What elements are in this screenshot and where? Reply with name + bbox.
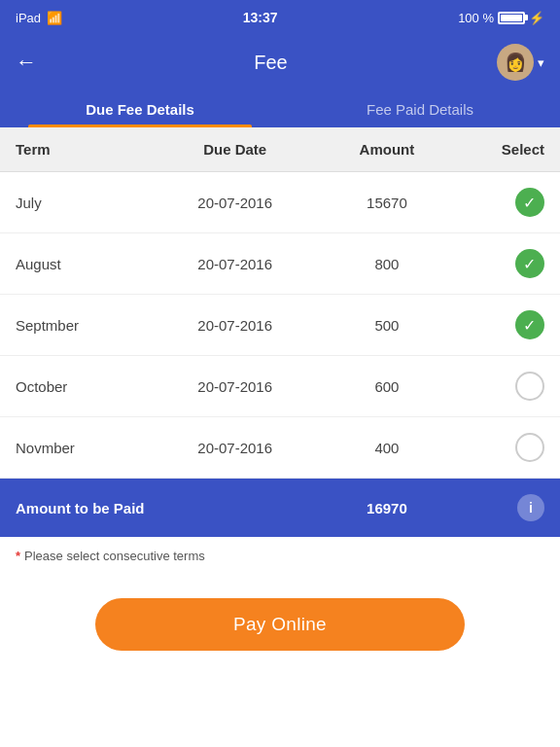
row-term: August (16, 256, 151, 272)
table-row: July 20-07-2016 15670 ✓ (0, 172, 560, 233)
row-amount: 600 (320, 378, 455, 395)
lightning-icon: ⚡ (529, 11, 544, 25)
table-row: Novmber 20-07-2016 400 (0, 417, 560, 479)
row-select[interactable]: ✓ (454, 249, 544, 278)
table-body: July 20-07-2016 15670 ✓ August 20-07-201… (0, 172, 560, 479)
tab-fee-paid-details[interactable]: Fee Paid Details (280, 89, 560, 127)
status-left: iPad 📶 (16, 11, 62, 25)
pay-button-container: Pay Online (0, 575, 560, 674)
table-row: August 20-07-2016 800 ✓ (0, 233, 560, 295)
row-due-date: 20-07-2016 (151, 440, 320, 456)
header: ← Fee 👩 ▾ (0, 35, 560, 89)
col-header-term: Term (16, 141, 151, 158)
tab-due-fee-details[interactable]: Due Fee Details (0, 89, 280, 127)
row-due-date: 20-07-2016 (151, 256, 320, 272)
info-icon: i (517, 494, 544, 521)
row-due-date: 20-07-2016 (151, 195, 320, 211)
empty-circle[interactable] (515, 372, 544, 401)
row-due-date: 20-07-2016 (151, 378, 320, 395)
status-right: 100 % ⚡ (458, 11, 544, 25)
notice-star: * (16, 549, 20, 563)
status-bar: iPad 📶 13:37 100 % ⚡ (0, 0, 560, 35)
row-term: Septmber (16, 317, 151, 334)
battery-label: 100 % (458, 11, 494, 25)
check-icon[interactable]: ✓ (515, 310, 544, 339)
col-header-due-date: Due Date (151, 141, 320, 158)
empty-circle[interactable] (515, 433, 544, 462)
notice-message: Please select consecutive terms (24, 549, 205, 563)
table-header: Term Due Date Amount Select (0, 127, 560, 172)
row-amount: 800 (320, 256, 455, 272)
pay-online-button[interactable]: Pay Online (95, 598, 465, 651)
tab-bar: Due Fee Details Fee Paid Details (0, 89, 560, 127)
user-profile[interactable]: 👩 ▾ (497, 44, 544, 81)
row-select[interactable] (454, 372, 544, 401)
chevron-down-icon: ▾ (538, 55, 544, 70)
summary-label: Amount to be Paid (16, 500, 320, 516)
row-select[interactable] (454, 433, 544, 462)
summary-row: Amount to be Paid 16970 i (0, 479, 560, 537)
avatar: 👩 (497, 44, 534, 81)
row-due-date: 20-07-2016 (151, 317, 320, 334)
row-select[interactable]: ✓ (454, 310, 544, 339)
check-icon[interactable]: ✓ (515, 249, 544, 278)
row-amount: 400 (320, 440, 455, 456)
back-button[interactable]: ← (16, 46, 45, 79)
col-header-select: Select (454, 141, 544, 158)
status-time: 13:37 (243, 10, 278, 25)
battery-icon (498, 12, 525, 24)
summary-info[interactable]: i (454, 494, 544, 521)
row-term: Novmber (16, 440, 151, 456)
row-select[interactable]: ✓ (454, 188, 544, 217)
wifi-icon: 📶 (47, 11, 62, 25)
table-row: Septmber 20-07-2016 500 ✓ (0, 295, 560, 356)
table-row: October 20-07-2016 600 (0, 356, 560, 417)
device-label: iPad (16, 11, 41, 25)
col-header-amount: Amount (320, 141, 455, 158)
row-term: July (16, 195, 151, 211)
notice-text: * Please select consecutive terms (0, 537, 560, 575)
check-icon[interactable]: ✓ (515, 188, 544, 217)
summary-amount: 16970 (320, 500, 455, 516)
page-title: Fee (45, 52, 497, 74)
row-amount: 500 (320, 317, 455, 334)
row-term: October (16, 378, 151, 395)
row-amount: 15670 (320, 195, 455, 211)
